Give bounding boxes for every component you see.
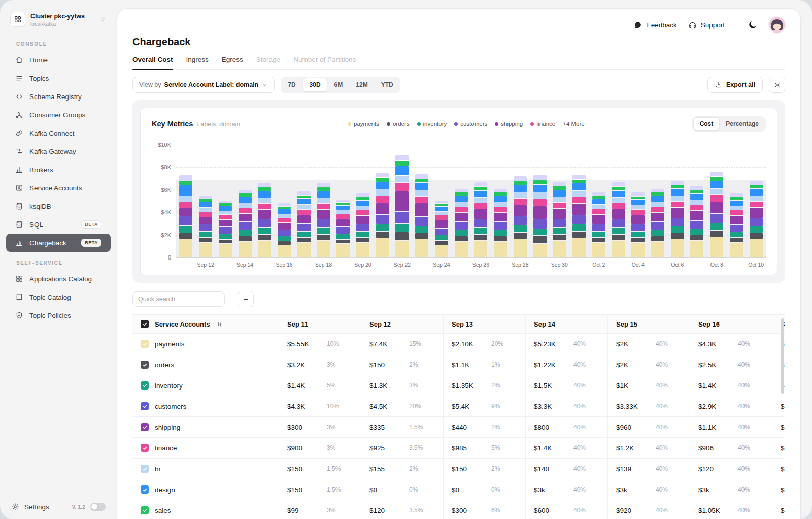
legend-item-customers[interactable]: customers — [454, 121, 487, 127]
bar-segment-payments[interactable] — [474, 241, 487, 257]
bar-segment-inventory[interactable] — [750, 226, 763, 233]
bar-segment-more[interactable] — [356, 193, 369, 197]
bar-segment-sales[interactable] — [179, 181, 192, 185]
bar-segment-shipping[interactable] — [435, 220, 448, 228]
bar-segment-sales[interactable] — [297, 196, 311, 199]
row-checkbox-customers[interactable] — [141, 402, 149, 410]
bar-segment-inventory[interactable] — [612, 228, 625, 234]
bar-segment-more[interactable] — [219, 201, 232, 203]
bar-segment-shipping[interactable] — [651, 213, 664, 222]
bar-segment-hr[interactable] — [376, 189, 389, 195]
bar-segment-more[interactable] — [415, 174, 428, 179]
bar-segment-more[interactable] — [592, 192, 605, 196]
bar-segment-customers[interactable] — [376, 215, 389, 224]
bar-segment-inventory[interactable] — [514, 225, 527, 232]
theme-toggle[interactable] — [90, 503, 106, 511]
bar-segment-payments[interactable] — [336, 244, 350, 257]
sidebar-item-kafka-connect[interactable]: Kafka Connect — [6, 124, 111, 142]
bar-segment-payments[interactable] — [415, 239, 428, 257]
support-button[interactable]: Support — [688, 21, 725, 29]
bar-segment-more[interactable] — [671, 181, 684, 185]
bar-segment-inventory[interactable] — [376, 224, 389, 231]
bar-segment-inventory[interactable] — [690, 229, 703, 235]
bar-segment-sales[interactable] — [474, 187, 487, 190]
cluster-switcher[interactable]: Cluster pkc-yytws local-kafka — [6, 7, 111, 31]
bar-segment-shipping[interactable] — [533, 206, 547, 218]
sidebar-item-applications-catalog[interactable]: Applications Catalog — [6, 270, 111, 288]
bar-segment-more[interactable] — [395, 155, 409, 160]
bar-segment-design[interactable] — [514, 185, 527, 192]
bar-segment-shipping[interactable] — [395, 191, 409, 212]
bar-segment-shipping[interactable] — [730, 216, 743, 224]
row-checkbox-finance[interactable] — [141, 444, 149, 452]
select-all-checkbox[interactable] — [141, 320, 149, 328]
bar-segment-shipping[interactable] — [219, 220, 232, 226]
bar-segment-customers[interactable] — [199, 224, 212, 231]
sidebar-item-chargeback[interactable]: ChargebackBETA — [6, 234, 111, 252]
bar-segment-hr[interactable] — [730, 206, 743, 210]
bar-segment-more[interactable] — [572, 175, 586, 179]
bar-segment-inventory[interactable] — [631, 232, 645, 237]
bar-segment-design[interactable] — [376, 182, 389, 189]
bar-segment-more[interactable] — [278, 203, 291, 206]
toggle-cost[interactable]: Cost — [693, 117, 720, 131]
bar-segment-hr[interactable] — [750, 196, 763, 201]
bar-segment-customers[interactable] — [690, 221, 703, 228]
bar-segment-hr[interactable] — [631, 205, 645, 209]
column-header-sep-16[interactable]: Sep 16 — [690, 315, 772, 333]
bar-segment-finance[interactable] — [710, 195, 723, 201]
bar-segment-shipping[interactable] — [336, 219, 350, 226]
bar-segment-customers[interactable] — [671, 218, 684, 226]
bar-segment-customers[interactable] — [395, 212, 409, 223]
bar-segment-inventory[interactable] — [494, 230, 507, 236]
bar-segment-sales[interactable] — [690, 190, 703, 193]
bar-segment-customers[interactable] — [435, 229, 448, 235]
bar-segment-orders[interactable] — [258, 235, 271, 240]
bar-segment-design[interactable] — [730, 201, 743, 206]
bar-segment-shipping[interactable] — [179, 208, 192, 216]
bar-segment-hr[interactable] — [533, 192, 547, 199]
bar-segment-more[interactable] — [435, 201, 448, 204]
bar-segment-payments[interactable] — [376, 238, 389, 257]
bar-segment-finance[interactable] — [239, 208, 252, 213]
bar-segment-shipping[interactable] — [297, 215, 311, 223]
bar-segment-shipping[interactable] — [317, 210, 330, 219]
bar-segment-sales[interactable] — [553, 186, 566, 190]
bar-segment-finance[interactable] — [572, 197, 586, 203]
bar-segment-hr[interactable] — [553, 197, 566, 202]
bar-segment-finance[interactable] — [395, 183, 409, 191]
bar-segment-customers[interactable] — [592, 224, 605, 231]
bar-segment-inventory[interactable] — [219, 234, 232, 239]
row-checkbox-design[interactable] — [141, 485, 149, 494]
range-ytd-button[interactable]: YTD — [375, 78, 399, 92]
bar-segment-design[interactable] — [592, 199, 605, 204]
bar-segment-design[interactable] — [572, 183, 586, 190]
bar-segment-orders[interactable] — [336, 240, 350, 244]
bar-segment-shipping[interactable] — [278, 223, 291, 230]
bar-segment-sales[interactable] — [730, 197, 743, 200]
bar-segment-hr[interactable] — [612, 198, 625, 203]
bar-segment-customers[interactable] — [356, 224, 369, 231]
bar-segment-payments[interactable] — [651, 242, 664, 257]
bar-segment-finance[interactable] — [219, 215, 232, 219]
bar-segment-design[interactable] — [317, 191, 330, 198]
bar-segment-finance[interactable] — [592, 209, 605, 214]
bar-segment-more[interactable] — [651, 189, 664, 192]
bar-segment-finance[interactable] — [612, 203, 625, 209]
bar-segment-design[interactable] — [750, 189, 763, 195]
bar-segment-orders[interactable] — [474, 235, 487, 240]
bar-segment-sales[interactable] — [435, 204, 448, 206]
bar-segment-design[interactable] — [612, 191, 625, 197]
bar-segment-design[interactable] — [671, 189, 684, 195]
legend-item-payments[interactable]: payments — [348, 121, 379, 127]
bar-segment-sales[interactable] — [494, 192, 507, 196]
bar-segment-payments[interactable] — [258, 241, 271, 257]
bar-segment-payments[interactable] — [514, 239, 527, 257]
bar-segment-more[interactable] — [612, 182, 625, 186]
bar-segment-inventory[interactable] — [258, 228, 271, 234]
bar-segment-shipping[interactable] — [199, 217, 212, 224]
bar-segment-payments[interactable] — [671, 239, 684, 257]
vertical-scrollbar[interactable] — [781, 318, 784, 394]
bar-segment-orders[interactable] — [297, 238, 311, 242]
bar-segment-sales[interactable] — [395, 161, 409, 166]
